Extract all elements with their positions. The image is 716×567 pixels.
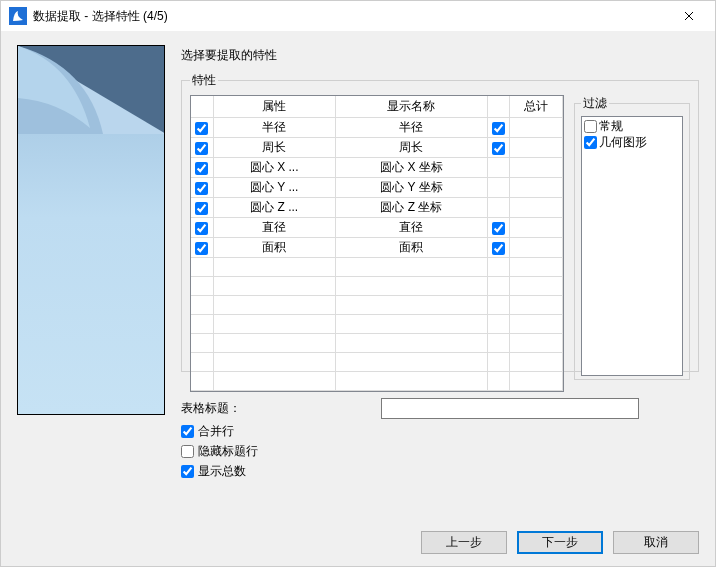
table-row-empty: [191, 315, 563, 334]
hide-header-checkbox[interactable]: [181, 445, 194, 458]
row-include-checkbox[interactable]: [195, 242, 208, 255]
table-row[interactable]: 圆心 X ...圆心 X 坐标: [191, 158, 563, 178]
row-display-cell[interactable]: 圆心 Z 坐标: [335, 198, 487, 218]
row-total-cell: [509, 218, 562, 238]
hide-header-label: 隐藏标题行: [198, 443, 258, 460]
table-header-row: 属性 显示名称 总计: [191, 96, 563, 118]
table-title-input[interactable]: [381, 398, 639, 419]
row-total-cell: [509, 178, 562, 198]
filter-label: 常规: [599, 118, 623, 135]
filter-list: 常规几何图形: [581, 116, 683, 376]
table-row-empty: [191, 334, 563, 353]
close-button[interactable]: [667, 1, 711, 31]
row-display-cell[interactable]: 面积: [335, 238, 487, 258]
table-row[interactable]: 圆心 Z ...圆心 Z 坐标: [191, 198, 563, 218]
wizard-preview: [17, 45, 165, 415]
filter-legend: 过滤: [581, 95, 609, 112]
filter-item[interactable]: 几何图形: [584, 134, 680, 150]
row-display-cell[interactable]: 直径: [335, 218, 487, 238]
table-row-empty: [191, 296, 563, 315]
button-bar: 上一步 下一步 取消: [1, 525, 715, 566]
right-column: 选择要提取的特性 特性 属性 显示名称 总计: [181, 45, 699, 521]
title-label: 表格标题：: [181, 400, 381, 417]
row-attr-cell: 周长: [213, 138, 335, 158]
row-display-cell[interactable]: 半径: [335, 118, 487, 138]
header-display[interactable]: 显示名称: [335, 96, 487, 118]
row-include-checkbox[interactable]: [195, 142, 208, 155]
table-row[interactable]: 面积面积: [191, 238, 563, 258]
show-totals-row: 显示总数: [181, 463, 699, 480]
row-total-checkbox[interactable]: [492, 242, 505, 255]
filter-fieldset: 过滤 常规几何图形: [574, 95, 690, 380]
row-attr-cell: 圆心 Y ...: [213, 178, 335, 198]
table-row-empty: [191, 372, 563, 391]
header-attr[interactable]: 属性: [213, 96, 335, 118]
filter-label: 几何图形: [599, 134, 647, 151]
row-total-cell: [509, 138, 562, 158]
cancel-button[interactable]: 取消: [613, 531, 699, 554]
row-total-checkbox[interactable]: [492, 222, 505, 235]
next-button[interactable]: 下一步: [517, 531, 603, 554]
show-totals-label: 显示总数: [198, 463, 246, 480]
titlebar: 数据提取 - 选择特性 (4/5): [1, 1, 715, 31]
table-row-empty: [191, 353, 563, 372]
lower-form: 表格标题： 合并行 隐藏标题行 显示总数: [181, 398, 699, 483]
app-icon: [9, 7, 27, 25]
row-attr-cell: 半径: [213, 118, 335, 138]
table-row[interactable]: 圆心 Y ...圆心 Y 坐标: [191, 178, 563, 198]
row-include-checkbox[interactable]: [195, 202, 208, 215]
row-display-cell[interactable]: 圆心 X 坐标: [335, 158, 487, 178]
row-attr-cell: 直径: [213, 218, 335, 238]
header-total-check: [487, 96, 509, 118]
row-total-checkbox[interactable]: [492, 122, 505, 135]
hide-header-row: 隐藏标题行: [181, 443, 699, 460]
window-title: 数据提取 - 选择特性 (4/5): [33, 8, 667, 25]
table-row-empty: [191, 277, 563, 296]
show-totals-checkbox[interactable]: [181, 465, 194, 478]
properties-table-wrap: 属性 显示名称 总计 半径半径周长周长圆心 X ...圆心 X 坐标圆心 Y .…: [190, 95, 564, 392]
row-total-cell: [509, 158, 562, 178]
merge-rows-label: 合并行: [198, 423, 234, 440]
filter-checkbox[interactable]: [584, 120, 597, 133]
row-include-checkbox[interactable]: [195, 182, 208, 195]
header-total[interactable]: 总计: [509, 96, 562, 118]
table-row[interactable]: 周长周长: [191, 138, 563, 158]
row-total-cell: [509, 198, 562, 218]
back-button[interactable]: 上一步: [421, 531, 507, 554]
row-total-cell: [509, 118, 562, 138]
properties-fieldset: 特性 属性 显示名称 总计: [181, 72, 699, 372]
content: 选择要提取的特性 特性 属性 显示名称 总计: [1, 31, 715, 525]
row-display-cell[interactable]: 周长: [335, 138, 487, 158]
table-row[interactable]: 半径半径: [191, 118, 563, 138]
properties-table: 属性 显示名称 总计 半径半径周长周长圆心 X ...圆心 X 坐标圆心 Y .…: [191, 96, 563, 391]
row-attr-cell: 圆心 X ...: [213, 158, 335, 178]
merge-rows-checkbox[interactable]: [181, 425, 194, 438]
row-total-cell: [509, 238, 562, 258]
title-row: 表格标题：: [181, 398, 699, 419]
table-row[interactable]: 直径直径: [191, 218, 563, 238]
dialog-window: 数据提取 - 选择特性 (4/5) 选择要提取的特性 特性: [0, 0, 716, 567]
row-include-checkbox[interactable]: [195, 122, 208, 135]
instruction-text: 选择要提取的特性: [181, 47, 699, 64]
close-icon: [684, 11, 694, 21]
table-row-empty: [191, 258, 563, 277]
row-include-checkbox[interactable]: [195, 162, 208, 175]
properties-legend: 特性: [190, 72, 218, 89]
row-attr-cell: 面积: [213, 238, 335, 258]
header-check: [191, 96, 213, 118]
row-attr-cell: 圆心 Z ...: [213, 198, 335, 218]
client-area: 选择要提取的特性 特性 属性 显示名称 总计: [1, 31, 715, 566]
filter-checkbox[interactable]: [584, 136, 597, 149]
row-total-checkbox[interactable]: [492, 142, 505, 155]
row-display-cell[interactable]: 圆心 Y 坐标: [335, 178, 487, 198]
merge-rows-row: 合并行: [181, 423, 699, 440]
filter-item[interactable]: 常规: [584, 118, 680, 134]
row-include-checkbox[interactable]: [195, 222, 208, 235]
